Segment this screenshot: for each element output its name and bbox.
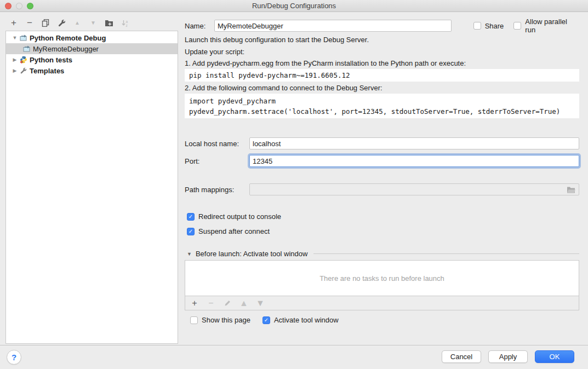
apply-button[interactable]: Apply: [488, 350, 528, 363]
code-line-1: import pydevd_pycharm: [189, 97, 276, 105]
templates-wrench-icon: [19, 67, 27, 74]
name-label: Name:: [185, 22, 209, 30]
redirect-output-checkbox[interactable]: ✓ Redirect output to console: [187, 212, 281, 221]
window-title: Run/Debug Configurations: [0, 2, 588, 10]
allow-parallel-run-checkbox-box[interactable]: ✓: [513, 22, 521, 30]
help-button[interactable]: ?: [7, 350, 21, 365]
configurations-tree: ▼ Python Remote Debug MyRemoteDebugger ▶: [5, 31, 178, 344]
show-this-page-checkbox[interactable]: ✓ Show this page: [190, 316, 250, 324]
description-text: Launch this debug configuration to start…: [185, 36, 369, 44]
title-bar: Run/Debug Configurations: [0, 0, 588, 12]
sort-alphabetically-icon: a z: [121, 19, 129, 27]
allow-parallel-run-checkbox-label: Allow parallel run: [525, 18, 579, 34]
show-this-page-checkbox-box[interactable]: ✓: [190, 316, 198, 324]
path-mappings-row: Path mappings:: [185, 183, 579, 195]
remote-debug-config-icon: [22, 45, 31, 52]
section-divider: [313, 253, 579, 254]
edit-pencil-icon: [224, 299, 231, 307]
activate-tool-window-checkbox[interactable]: ✓ Activate tool window: [262, 316, 339, 324]
python-tests-icon: [19, 56, 27, 64]
browse-folder-icon[interactable]: [567, 186, 575, 193]
move-task-up-button[interactable]: ▲: [239, 299, 248, 308]
before-launch-title: Before launch: Activate tool window: [196, 250, 308, 258]
sort-configurations-button[interactable]: a z: [121, 19, 129, 27]
share-checkbox[interactable]: ✓ Share: [473, 22, 504, 30]
remove-task-button[interactable]: −: [207, 299, 215, 308]
svg-text:z: z: [125, 24, 127, 27]
expand-arrow-icon[interactable]: ▼: [10, 35, 19, 41]
tree-item-label: Python Remote Debug: [30, 34, 106, 42]
question-mark-icon: ?: [12, 353, 16, 362]
update-script-text: Update your script:: [185, 48, 244, 56]
move-task-down-button[interactable]: ▼: [256, 299, 265, 308]
tree-item-myremotedebugger[interactable]: MyRemoteDebugger: [6, 43, 178, 54]
run-debug-configurations-dialog: Run/Debug Configurations + − ▲ ▼: [0, 0, 588, 369]
dialog-footer: ? Cancel Apply OK: [0, 345, 588, 369]
before-launch-header[interactable]: ▼ Before launch: Activate tool window: [187, 250, 579, 258]
share-checkbox-label: Share: [485, 22, 504, 30]
remote-debug-config-icon: [19, 34, 27, 41]
settrace-code-block[interactable]: import pydevd_pycharm pydevd_pycharm.set…: [185, 94, 579, 118]
suspend-after-connect-checkbox[interactable]: ✓ Suspend after connect: [187, 227, 270, 235]
name-row: Name: ✓ Share ✓ Allow parallel run: [185, 18, 579, 34]
code-line-2: pydevd_pycharm.settrace('localhost', por…: [189, 107, 560, 116]
activate-tool-window-checkbox-label: Activate tool window: [274, 316, 339, 324]
suspend-after-connect-checkbox-label: Suspend after connect: [198, 227, 270, 235]
tree-item-python-tests[interactable]: ▶ Python tests: [6, 54, 178, 65]
remove-configuration-button[interactable]: −: [25, 19, 34, 27]
collapse-section-icon[interactable]: ▼: [187, 251, 192, 257]
path-mappings-label: Path mappings:: [185, 186, 249, 194]
local-host-label: Local host name:: [185, 140, 249, 148]
copy-configuration-button[interactable]: [41, 19, 50, 27]
step2-text: 2. Add the following command to connect …: [185, 84, 383, 92]
dialog-buttons: Cancel Apply OK: [442, 350, 574, 363]
empty-tasks-text: There are no tasks to run before launch: [319, 274, 444, 282]
tree-item-label: MyRemoteDebugger: [33, 45, 99, 53]
copy-icon: [42, 19, 49, 27]
port-input[interactable]: [249, 155, 579, 167]
step1-text: 1. Add pydevd-pycharm.egg from the PyCha…: [185, 59, 466, 67]
show-this-page-checkbox-label: Show this page: [202, 316, 250, 324]
new-folder-icon: [105, 19, 113, 27]
port-label: Port:: [185, 157, 249, 165]
redirect-output-checkbox-box[interactable]: ✓: [187, 213, 195, 221]
suspend-after-connect-checkbox-box[interactable]: ✓: [187, 228, 195, 235]
tree-item-label: Templates: [30, 67, 64, 75]
tree-item-python-remote-debug[interactable]: ▼ Python Remote Debug: [6, 32, 178, 43]
svg-text:a: a: [125, 19, 128, 23]
pip-command-code[interactable]: pip install pydevd-pycharm~=191.6605.12: [185, 69, 579, 82]
tree-item-templates[interactable]: ▶ Templates: [6, 65, 178, 76]
allow-parallel-run-checkbox[interactable]: ✓ Allow parallel run: [513, 18, 579, 34]
tree-item-label: Python tests: [30, 56, 72, 64]
add-task-button[interactable]: +: [190, 299, 199, 308]
edit-task-button[interactable]: [223, 299, 232, 308]
local-host-row: Local host name:: [185, 137, 579, 149]
collapse-arrow-icon[interactable]: ▶: [10, 68, 19, 73]
collapse-arrow-icon[interactable]: ▶: [10, 57, 19, 62]
move-up-button[interactable]: ▲: [73, 19, 82, 27]
name-input[interactable]: [214, 20, 452, 32]
activate-tool-window-checkbox-box[interactable]: ✓: [262, 316, 270, 324]
configurations-toolbar: + − ▲ ▼ a z: [9, 17, 129, 29]
local-host-input[interactable]: [249, 137, 579, 149]
wrench-icon: [58, 19, 66, 27]
port-row: Port:: [185, 155, 579, 167]
add-configuration-button[interactable]: +: [9, 19, 18, 27]
cancel-button[interactable]: Cancel: [442, 350, 481, 363]
move-down-button[interactable]: ▼: [89, 19, 98, 27]
before-launch-toolbar: + − ▲ ▼: [185, 296, 579, 310]
path-mappings-input[interactable]: [249, 183, 579, 195]
ok-button[interactable]: OK: [535, 350, 574, 363]
edit-defaults-button[interactable]: [57, 19, 66, 27]
before-launch-task-list[interactable]: There are no tasks to run before launch: [185, 260, 579, 296]
page-options-row: ✓ Show this page ✓ Activate tool window: [190, 316, 339, 324]
redirect-output-checkbox-label: Redirect output to console: [198, 212, 281, 221]
new-folder-button[interactable]: [105, 19, 113, 27]
share-checkbox-box[interactable]: ✓: [473, 22, 481, 30]
